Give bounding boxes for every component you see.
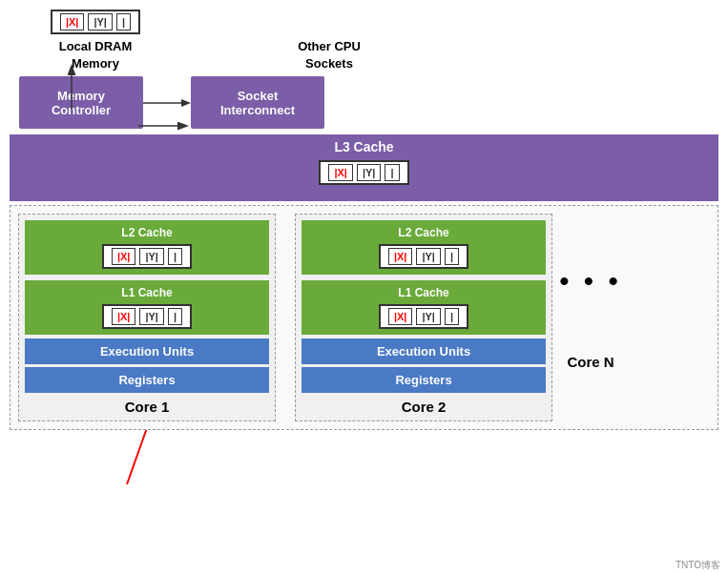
core1-l1-reg-row: |X| |Y| |: [102, 304, 192, 329]
other-cpu-label: Other CPUSockets: [298, 38, 361, 72]
core2-l2-label: L2 Cache: [307, 226, 540, 239]
reg-y-dram: |Y|: [88, 13, 113, 31]
l3-reg-pipe: |: [385, 164, 399, 181]
dram-section: |X| |Y| | Local DRAMMemory: [19, 10, 172, 72]
dram-label: Local DRAMMemory: [59, 38, 133, 72]
svg-marker-6: [181, 99, 191, 107]
core2-l2-cache: L2 Cache |X| |Y| |: [302, 220, 546, 275]
l3-cache-bar: L3 Cache |X| |Y| |: [10, 134, 718, 201]
socket-interconnect-box: SocketInterconnect: [191, 76, 324, 129]
core1-l1-reg-pipe: |: [168, 308, 182, 325]
memory-controller-box: Memory Controller: [19, 76, 143, 129]
coren-label: Core N: [567, 354, 614, 370]
reg-pipe-dram: |: [116, 13, 131, 31]
arrow-mc-to-si: [143, 93, 191, 113]
core2-l1-cache: L1 Cache |X| |Y| |: [302, 280, 546, 335]
core1-l2-label: L2 Cache: [31, 226, 263, 239]
core1-l1-label: L1 Cache: [31, 286, 263, 299]
watermark: TNTO博客: [676, 559, 720, 572]
dots: • • •: [560, 266, 622, 297]
core2-l2-reg-pipe: |: [445, 248, 459, 265]
core-1-box: L2 Cache |X| |Y| | L1 Cache |X| |Y| | Ex…: [18, 214, 276, 421]
core2-l2-reg-row: |X| |Y| |: [379, 244, 468, 269]
core2-l1-reg-y: |Y|: [416, 308, 441, 325]
l3-reg-x: |X|: [328, 164, 353, 181]
core1-l1-cache: L1 Cache |X| |Y| |: [25, 280, 269, 335]
core1-registers: Registers: [25, 367, 269, 393]
l3-reg-row: |X| |Y| |: [319, 160, 408, 185]
l3-reg-y: |Y|: [357, 164, 382, 181]
core1-l2-reg-pipe: |: [168, 248, 182, 265]
core2-l1-reg-x: |X|: [388, 308, 413, 325]
core2-l1-reg-pipe: |: [445, 308, 459, 325]
other-cpu-section: Other CPUSockets: [258, 38, 401, 72]
core2-registers: Registers: [302, 367, 546, 393]
core1-label: Core 1: [25, 399, 269, 415]
core1-l2-cache: L2 Cache |X| |Y| |: [25, 220, 269, 275]
core1-l2-reg-row: |X| |Y| |: [102, 244, 192, 269]
core2-l2-reg-y: |Y|: [416, 248, 441, 265]
core1-l1-reg-x: |X|: [112, 308, 136, 325]
dots-area: • • • Core N: [552, 214, 629, 421]
diagram-container: |X| |Y| | Local DRAMMemory Other CPUSock…: [0, 0, 728, 574]
core-2-box: L2 Cache |X| |Y| | L1 Cache |X| |Y| | Ex…: [295, 214, 552, 421]
core1-l2-reg-x: |X|: [112, 248, 136, 265]
dram-reg-row: |X| |Y| |: [51, 10, 140, 34]
core2-l2-reg-x: |X|: [388, 248, 413, 265]
reg-x-dram: |X|: [60, 13, 85, 31]
core1-l1-reg-y: |Y|: [139, 308, 164, 325]
core2-label: Core 2: [302, 399, 546, 415]
core1-l2-reg-y: |Y|: [139, 248, 164, 265]
cores-area: L2 Cache |X| |Y| | L1 Cache |X| |Y| | Ex…: [10, 205, 718, 430]
l3-cache-label: L3 Cache: [334, 139, 393, 154]
memory-controller-label: Memory Controller: [31, 89, 132, 117]
core2-execution-units: Execution Units: [302, 338, 546, 364]
core1-execution-units: Execution Units: [25, 338, 269, 364]
core2-l1-reg-row: |X| |Y| |: [379, 304, 468, 329]
core2-l1-label: L1 Cache: [307, 286, 540, 299]
